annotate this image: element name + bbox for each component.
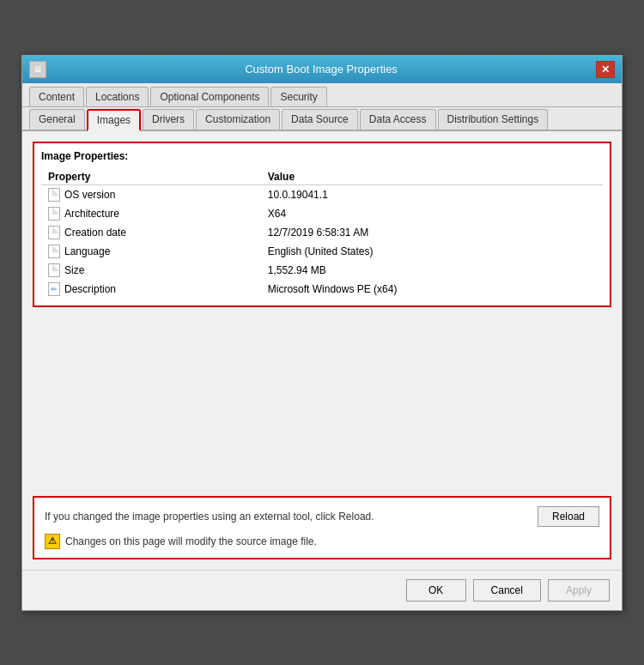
prop-value-cell: English (United States) bbox=[261, 242, 603, 261]
table-row: ✏DescriptionMicrosoft Windows PE (x64) bbox=[41, 280, 603, 299]
reload-button[interactable]: Reload bbox=[538, 506, 599, 527]
bottom-notice: If you changed the image properties usin… bbox=[33, 496, 611, 559]
prop-value-cell: 1,552.94 MB bbox=[261, 261, 603, 280]
ok-button[interactable]: OK bbox=[406, 579, 466, 602]
notice-text: If you changed the image properties usin… bbox=[45, 511, 374, 523]
prop-name-cell: OS version bbox=[41, 184, 261, 204]
content-area: Image Properties: Property Value OS vers… bbox=[22, 131, 622, 570]
table-row: ArchitectureX64 bbox=[41, 204, 603, 223]
window-icon: 🖥 bbox=[29, 61, 46, 78]
tabs-row1: Content Locations Optional Components Se… bbox=[22, 83, 622, 107]
warning-icon: ⚠ bbox=[45, 534, 60, 549]
page-icon bbox=[48, 263, 60, 277]
tab-security[interactable]: Security bbox=[270, 87, 326, 106]
warning-row: ⚠ Changes on this page will modify the s… bbox=[45, 534, 599, 549]
main-window: 🖥 Custom Boot Image Properties ✕ Content… bbox=[21, 55, 623, 611]
tab-data-access[interactable]: Data Access bbox=[360, 109, 436, 130]
page-icon bbox=[48, 188, 60, 202]
prop-value-cell: 12/7/2019 6:58:31 AM bbox=[261, 223, 603, 242]
page-icon bbox=[48, 207, 60, 221]
tab-customization[interactable]: Customization bbox=[196, 109, 280, 130]
tab-images[interactable]: Images bbox=[87, 109, 141, 131]
notice-row: If you changed the image properties usin… bbox=[45, 506, 599, 527]
image-properties-title: Image Properties: bbox=[41, 150, 603, 162]
page-icon bbox=[48, 245, 60, 258]
tab-content[interactable]: Content bbox=[29, 87, 84, 106]
prop-name-cell: Size bbox=[41, 261, 261, 280]
tab-data-source[interactable]: Data Source bbox=[282, 109, 358, 130]
prop-name: Size bbox=[64, 264, 84, 276]
image-properties-box: Image Properties: Property Value OS vers… bbox=[33, 142, 611, 307]
prop-name: Architecture bbox=[64, 208, 119, 220]
properties-table: Property Value OS version10.0.19041.1Arc… bbox=[41, 169, 603, 299]
table-row: Size1,552.94 MB bbox=[41, 261, 603, 280]
window-title: Custom Boot Image Properties bbox=[46, 63, 596, 76]
warning-text: Changes on this page will modify the sou… bbox=[65, 535, 317, 547]
prop-name: OS version bbox=[64, 189, 115, 201]
page-icon bbox=[48, 226, 60, 239]
close-button[interactable]: ✕ bbox=[596, 61, 615, 78]
tab-distribution-settings[interactable]: Distribution Settings bbox=[438, 109, 549, 130]
tabs-row2: General Images Drivers Customization Dat… bbox=[22, 107, 622, 131]
prop-value-cell: Microsoft Windows PE (x64) bbox=[261, 280, 603, 299]
tab-optional-components[interactable]: Optional Components bbox=[150, 87, 269, 106]
prop-value-cell: X64 bbox=[261, 204, 603, 223]
prop-name-cell: Language bbox=[41, 242, 261, 261]
pencil-icon: ✏ bbox=[48, 282, 60, 296]
prop-name: Creation date bbox=[64, 227, 126, 239]
tab-general[interactable]: General bbox=[29, 109, 85, 130]
prop-name-cell: Creation date bbox=[41, 223, 261, 242]
col-value-header: Value bbox=[261, 169, 603, 185]
tab-locations[interactable]: Locations bbox=[86, 87, 149, 106]
footer: OK Cancel Apply bbox=[22, 570, 622, 610]
tab-drivers[interactable]: Drivers bbox=[143, 109, 194, 130]
empty-area bbox=[33, 317, 611, 489]
prop-value-cell: 10.0.19041.1 bbox=[261, 184, 603, 204]
table-row: Creation date12/7/2019 6:58:31 AM bbox=[41, 223, 603, 242]
table-row: OS version10.0.19041.1 bbox=[41, 184, 603, 204]
col-property-header: Property bbox=[41, 169, 261, 185]
apply-button[interactable]: Apply bbox=[548, 579, 610, 602]
prop-name-cell: ✏Description bbox=[41, 280, 261, 299]
prop-name: Description bbox=[64, 283, 116, 295]
cancel-button[interactable]: Cancel bbox=[473, 579, 541, 602]
table-row: LanguageEnglish (United States) bbox=[41, 242, 603, 261]
prop-name-cell: Architecture bbox=[41, 204, 261, 223]
title-bar: 🖥 Custom Boot Image Properties ✕ bbox=[22, 56, 622, 83]
prop-name: Language bbox=[64, 245, 110, 257]
